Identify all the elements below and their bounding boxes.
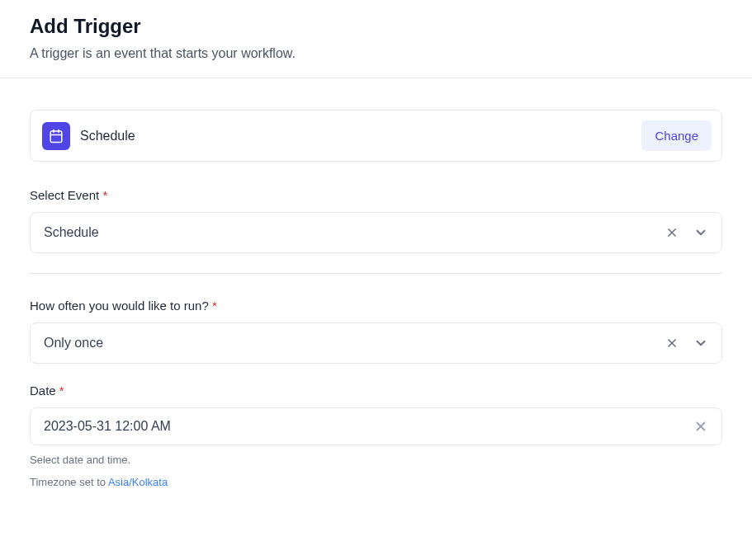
frequency-select[interactable]: Only once — [30, 322, 722, 364]
timezone-text: Timezone set to Asia/Kolkata — [30, 476, 722, 488]
select-controls — [665, 225, 708, 240]
calendar-icon — [42, 122, 70, 150]
event-field-group: Select Event * Schedule — [30, 188, 722, 253]
required-asterisk: * — [59, 384, 64, 398]
frequency-select-value: Only once — [44, 336, 665, 351]
event-select[interactable]: Schedule — [30, 212, 722, 253]
header: Add Trigger A trigger is an event that s… — [0, 0, 752, 78]
svg-rect-0 — [50, 131, 62, 143]
required-asterisk: * — [102, 188, 107, 202]
required-asterisk: * — [212, 299, 217, 313]
chevron-down-icon[interactable] — [693, 225, 708, 240]
change-button[interactable]: Change — [641, 120, 712, 151]
page-subtitle: A trigger is an event that starts your w… — [30, 46, 722, 61]
date-input[interactable] — [44, 419, 693, 434]
date-input-wrap[interactable] — [30, 407, 722, 445]
date-field-group: Date * Select date and time. Timezone se… — [30, 384, 722, 488]
date-label: Date * — [30, 384, 722, 398]
timezone-prefix: Timezone set to — [30, 476, 108, 488]
trigger-info: Schedule — [42, 122, 135, 150]
selected-trigger-card: Schedule Change — [30, 110, 722, 162]
divider — [30, 273, 722, 274]
content: Schedule Change Select Event * Schedule — [0, 78, 752, 520]
date-label-text: Date — [30, 384, 56, 398]
clear-icon[interactable] — [665, 226, 679, 239]
date-helper-text: Select date and time. — [30, 454, 722, 466]
timezone-link[interactable]: Asia/Kolkata — [108, 476, 168, 488]
clear-icon[interactable] — [693, 419, 708, 434]
clear-icon[interactable] — [665, 336, 679, 350]
frequency-field-group: How often you would like to run? * Only … — [30, 299, 722, 364]
frequency-label-text: How often you would like to run? — [30, 299, 209, 313]
select-controls — [665, 336, 708, 351]
trigger-name: Schedule — [80, 129, 135, 144]
event-select-value: Schedule — [44, 225, 665, 240]
page-title: Add Trigger — [30, 15, 722, 38]
frequency-label: How often you would like to run? * — [30, 299, 722, 313]
event-label: Select Event * — [30, 188, 722, 202]
event-label-text: Select Event — [30, 188, 99, 202]
chevron-down-icon[interactable] — [693, 336, 708, 351]
